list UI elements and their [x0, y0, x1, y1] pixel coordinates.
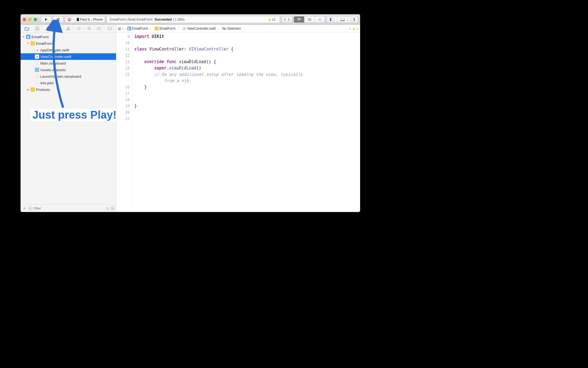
tree-group-row[interactable]: ▼ EmailForm — [21, 40, 116, 47]
activity-viewer[interactable]: EmailForm | Build EmailForm: Succeeded |… — [107, 16, 280, 23]
source-editor[interactable]: import UIKit class ViewController: UIVie… — [132, 32, 360, 212]
storyboard-file-icon: ◫ — [35, 74, 39, 79]
line-number: 14 — [116, 65, 130, 71]
swift-file-icon: .s — [35, 54, 39, 59]
code-text: () — [196, 66, 201, 71]
debug-navigator-tab[interactable] — [84, 25, 94, 32]
toggle-debug-button[interactable] — [337, 16, 347, 23]
zoom-window-button[interactable] — [34, 18, 37, 21]
line-number: 20 — [116, 109, 130, 116]
code-keyword: func — [166, 59, 176, 64]
assistant-editor-button[interactable] — [304, 16, 315, 23]
lines-icon — [297, 18, 301, 21]
disclosure-triangle-icon[interactable]: ▼ — [27, 42, 29, 45]
search-icon — [56, 27, 60, 30]
line-number: 16 — [116, 84, 130, 90]
toggle-navigator-button[interactable] — [327, 16, 337, 23]
right-panel-icon — [350, 18, 355, 21]
jumpbar-project[interactable]: ◧ EmailForm — [127, 27, 148, 30]
rings-icon — [308, 18, 312, 21]
code-comment: from a nib. — [164, 78, 191, 83]
project-icon: ◧ — [127, 27, 131, 30]
code-snippets-button[interactable]: { } — [282, 16, 292, 23]
breakpoint-icon — [97, 27, 101, 30]
stop-button[interactable] — [53, 16, 63, 23]
swift-file-icon: .s — [182, 27, 186, 30]
jumpbar-group[interactable]: EmailForm — [155, 27, 176, 30]
toggle-inspector-button[interactable] — [347, 16, 358, 23]
close-window-button[interactable] — [23, 18, 26, 21]
disclosure-triangle-icon[interactable]: ▼ — [22, 35, 25, 38]
file-label: Main.storyboard — [40, 61, 66, 65]
code-comment: // Do any additional setup after loading… — [154, 72, 303, 77]
scheme-selector[interactable]: 〉 Paul S…Phone — [65, 16, 105, 23]
jumpbar-selection[interactable]: No Selection — [222, 27, 241, 30]
svg-rect-13 — [46, 29, 47, 30]
source-control-navigator-tab[interactable] — [32, 25, 43, 32]
recent-filter-icon[interactable]: ◷ — [106, 206, 109, 210]
next-issue-button[interactable]: › — [357, 26, 358, 31]
tree-group-products[interactable]: ▶ Products — [21, 86, 116, 93]
issue-navigator-tab[interactable] — [63, 25, 74, 32]
code-identifier: UIKit — [152, 34, 164, 39]
related-items-button[interactable]: ▦ — [118, 27, 121, 30]
filter-input[interactable] — [34, 207, 104, 210]
tree-file-viewcontroller[interactable]: .s ViewController.swift — [21, 53, 116, 60]
speech-icon — [108, 27, 112, 30]
swift-file-icon: .s — [35, 48, 39, 52]
test-navigator-tab[interactable] — [74, 25, 84, 32]
warning-icon[interactable] — [353, 27, 355, 30]
prev-issue-button[interactable]: ‹ — [349, 26, 351, 31]
code-keyword: class — [134, 47, 147, 52]
code-text: } — [134, 104, 137, 108]
code-method: viewDidLoad — [169, 66, 196, 71]
line-number: 13 — [116, 59, 130, 65]
stop-icon — [57, 18, 60, 21]
tree-file-launchscreen[interactable]: ◫ LaunchScreen.storyboard — [21, 73, 116, 80]
standard-editor-button[interactable] — [294, 16, 304, 23]
code-keyword: override — [144, 59, 164, 64]
editor-mode-segmented — [294, 16, 325, 23]
editor-area: ▦ ‹ › ◧ EmailForm 〉 EmailForm 〉 .s ViewC… — [116, 25, 360, 212]
jumpbar-file[interactable]: .s ViewController.swift — [182, 27, 216, 30]
svg-rect-14 — [48, 29, 49, 30]
report-navigator-tab[interactable] — [104, 25, 115, 32]
run-button[interactable] — [41, 16, 51, 23]
jumpbar-right: ‹ › — [349, 26, 358, 31]
chevron-right-icon: 〉 — [72, 17, 76, 22]
tree-file-assets[interactable]: Assets.xcassets — [21, 66, 116, 73]
warnings-badge[interactable]: 12 — [267, 18, 277, 21]
project-navigator-tab[interactable] — [22, 25, 32, 32]
svg-rect-10 — [354, 18, 355, 21]
file-label: LaunchScreen.storyboard — [40, 74, 81, 79]
storyboard-file-icon: ◫ — [35, 61, 39, 65]
disclosure-triangle-icon[interactable]: ▶ — [27, 88, 29, 91]
tree-file-main-storyboard[interactable]: ◫ Main.storyboard — [21, 60, 116, 66]
svg-rect-6 — [330, 18, 331, 21]
warning-icon — [66, 27, 70, 30]
version-editor-button[interactable] — [315, 16, 325, 23]
back-button[interactable]: ‹ — [122, 26, 123, 31]
tree-file-infoplist[interactable]: ≡ Info.plist — [21, 80, 116, 86]
jumpbar-file-label: ViewController.swift — [187, 27, 216, 30]
add-button[interactable]: ＋ — [22, 205, 27, 211]
breakpoint-navigator-tab[interactable] — [94, 25, 104, 32]
symbol-navigator-tab[interactable] — [43, 25, 53, 32]
forward-button[interactable]: › — [125, 26, 126, 31]
file-label: ViewController.swift — [40, 55, 71, 59]
tree-file-appdelegate[interactable]: .s AppDelegate.swift — [21, 47, 116, 53]
group-name: Products — [36, 88, 50, 92]
file-label: Assets.xcassets — [40, 68, 66, 72]
line-number: 15 — [116, 71, 130, 78]
minimize-window-button[interactable] — [28, 18, 32, 21]
svg-rect-12 — [47, 27, 48, 28]
find-navigator-tab[interactable] — [53, 25, 63, 32]
annotation-label: Just press Play! — [31, 109, 118, 121]
titlebar: 〉 Paul S…Phone EmailForm | Build EmailFo… — [21, 14, 360, 25]
folder-icon — [30, 87, 35, 92]
code-text: viewDidLoad() { — [177, 59, 216, 64]
scope-icon[interactable]: ⊜ — [28, 207, 32, 210]
tree-project-row[interactable]: ▼ ◧ EmailForm — [21, 34, 116, 40]
scm-filter-icon[interactable]: ⊞ — [111, 207, 114, 210]
traffic-lights — [23, 18, 37, 21]
